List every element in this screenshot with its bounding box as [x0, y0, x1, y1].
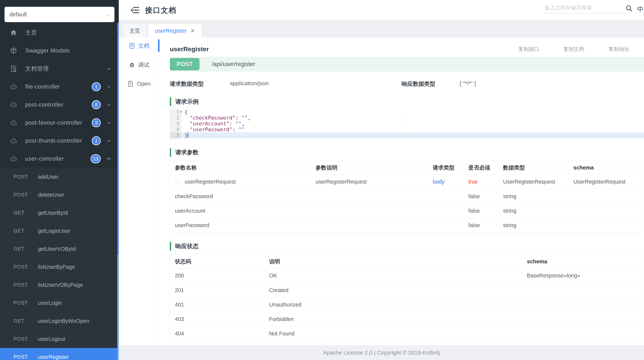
chevron-up-icon — [106, 156, 111, 161]
http-method: GET — [14, 318, 38, 324]
svg-text:API: API — [12, 104, 15, 106]
main-area: 接口文档 中 主页 userRegister ✕ 文档 调试 — [119, 0, 644, 360]
doc-panel: userRegister 复制接口 复制文档 复制地址 POST /api/us… — [160, 38, 644, 360]
page-title: 接口文档 — [145, 5, 176, 16]
sidebar-item-doc-manage[interactable]: 文档管理 — [0, 60, 119, 78]
table-row: 201 Created — [170, 283, 642, 297]
copy-address-link[interactable]: 复制地址 — [608, 46, 629, 53]
api-name: userLogout — [38, 336, 65, 342]
http-method: GET — [14, 210, 38, 216]
sidebar-item-home[interactable]: 主页 — [0, 24, 119, 42]
http-method: GET — [14, 246, 38, 252]
section-title: 请求示例 — [175, 98, 198, 106]
copy-api-link[interactable]: 复制接口 — [518, 46, 539, 53]
chevron-down-icon — [106, 138, 111, 143]
sidebar-item-label: post-thumb-controller — [25, 138, 82, 144]
tab-doc[interactable]: 文档 — [119, 40, 159, 51]
tab-label: 主页 — [130, 28, 140, 34]
tab-label: Open — [137, 80, 150, 87]
svg-text:API: API — [12, 86, 15, 88]
document-icon — [129, 42, 135, 49]
language-toggle[interactable]: 中 — [637, 5, 644, 14]
api-name: getUserById — [38, 210, 68, 216]
tab-userRegister[interactable]: userRegister ✕ — [148, 24, 201, 38]
search-icon[interactable] — [625, 4, 633, 12]
http-method: POST — [14, 264, 38, 270]
doc-search — [544, 4, 625, 14]
http-method: POST — [14, 336, 38, 342]
api-item-getUserById[interactable]: GET getUserById — [0, 204, 119, 222]
sidebar-item-label: 文档管理 — [25, 65, 49, 73]
sidebar-item-file-controller[interactable]: API file-controller 1 — [0, 78, 119, 96]
api-item-getUserVOById[interactable]: GET getUserVOById — [0, 240, 119, 258]
api-name: userLogin — [38, 300, 62, 306]
tab-debug[interactable]: 调试 — [119, 60, 159, 70]
svg-text:API: API — [12, 122, 15, 124]
sidebar-item-label: post-controller — [25, 101, 64, 108]
api-item-listUserByPage[interactable]: POST listUserByPage — [0, 258, 119, 276]
sidebar-item-user-controller[interactable]: API user-controller 13 — [0, 150, 119, 168]
api-item-addUser[interactable]: POST addUser — [0, 168, 119, 186]
api-item-userRegister[interactable]: POST userRegister — [0, 348, 119, 360]
section-request-params: 请求参数 — [170, 148, 644, 157]
tab-open[interactable]: Open — [119, 78, 159, 89]
tab-home[interactable]: 主页 — [123, 24, 146, 38]
sidebar-item-post-controller[interactable]: API post-controller 8 — [0, 96, 119, 114]
tab-label: 调试 — [138, 61, 149, 69]
text-cursor — [188, 133, 188, 138]
api-item-listUserVOByPage[interactable]: POST listUserVOByPage — [0, 276, 119, 294]
sidebar-item-swagger-models[interactable]: Swagger Models — [0, 42, 119, 60]
table-row: 403 Forbidden — [170, 312, 642, 326]
section-bar — [170, 148, 171, 157]
api-item-userLogout[interactable]: POST userLogout — [0, 330, 119, 348]
sidebar-item-label: Swagger Models — [25, 47, 70, 54]
api-name: userLoginByWxOpen — [38, 318, 89, 324]
cloud-api-icon: API — [10, 155, 17, 162]
collapse-toggle[interactable]: - — [175, 179, 181, 185]
cloud-api-icon: API — [10, 83, 17, 90]
footer-text: Apache License 2.0 | Copyright © 2019-Kn… — [323, 350, 440, 356]
fold-arrow-icon[interactable]: ▼ — [180, 109, 182, 115]
request-params-table: 参数名称 参数说明 请求类型 是否必须 数据类型 schema - userRe… — [170, 161, 643, 232]
json-example-editor[interactable]: 1▼ 2 3 4 5 { "checkPassword": "", "userA… — [170, 109, 644, 140]
http-method-badge: POST — [170, 58, 200, 70]
svg-text:API: API — [12, 140, 15, 142]
group-select[interactable]: default ⌄ — [4, 7, 114, 22]
table-row: userPassword false string — [170, 218, 642, 232]
sidebar-item-label: 主页 — [25, 29, 37, 36]
close-icon[interactable]: ✕ — [190, 28, 195, 34]
active-tab-indicator — [158, 40, 160, 52]
search-input[interactable] — [544, 4, 625, 14]
section-title: 响应状态 — [175, 242, 198, 250]
count-badge: 13 — [91, 154, 101, 163]
section-bar — [170, 242, 171, 250]
bug-icon — [129, 62, 135, 68]
api-name: userRegister — [38, 354, 69, 360]
copy-doc-link[interactable]: 复制文档 — [563, 46, 584, 53]
api-item-userLoginByWxOpen[interactable]: GET userLoginByWxOpen — [0, 312, 119, 330]
api-item-getLoginUser[interactable]: GET getLoginUser — [0, 222, 119, 240]
home-icon — [10, 29, 17, 36]
response-type-label: 响应数据类型 — [402, 80, 435, 88]
sidebar-scrollbar-thumb[interactable] — [117, 22, 119, 254]
http-method: POST — [14, 282, 38, 288]
file-icon — [128, 80, 134, 87]
api-item-deleteUser[interactable]: POST deleteUser — [0, 186, 119, 204]
sidebar-item-post-favour-controller[interactable]: API post-favour-controller 3 — [0, 114, 119, 132]
api-item-userLogin[interactable]: POST userLogin — [0, 294, 119, 312]
section-request-example: 请求示例 — [170, 98, 644, 106]
cloud-api-icon: API — [10, 119, 17, 126]
section-response-status: 响应状态 — [170, 242, 644, 250]
table-row: 200 OK BaseResponse«long» — [170, 268, 642, 283]
api-name: addUser — [38, 174, 58, 180]
models-icon — [10, 47, 17, 54]
table-row: - userRegisterRequest userRegisterReques… — [170, 174, 642, 189]
menu-fold-icon[interactable] — [130, 6, 140, 15]
doc-side-tabs: 文档 调试 Open — [119, 38, 160, 360]
http-method: POST — [14, 354, 38, 360]
copy-links: 复制接口 复制文档 复制地址 — [518, 46, 629, 53]
method-band: POST /api/user/register — [170, 57, 644, 72]
request-type-label: 请求数据类型 — [170, 80, 204, 88]
sidebar-item-post-thumb-controller[interactable]: API post-thumb-controller 1 — [0, 132, 119, 150]
chevron-down-icon — [106, 120, 111, 125]
